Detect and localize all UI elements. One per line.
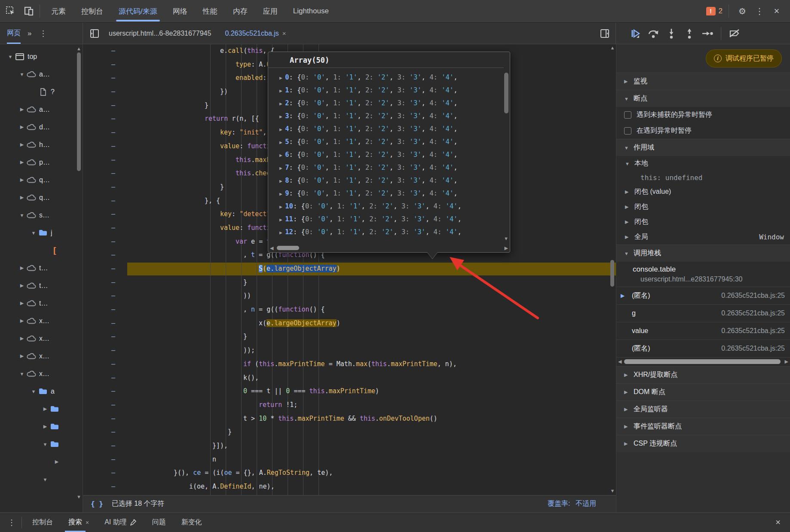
pause-exceptions-checkbox[interactable]	[624, 127, 631, 135]
array-entry-row[interactable]: ▶ 11: {0: '0', 1: '1', 2: '2', 3: '3', 4…	[268, 213, 503, 226]
panel-tab[interactable]: 应用	[255, 0, 285, 22]
panel-tab[interactable]: 性能	[195, 0, 225, 22]
chevron-closed-icon[interactable]: ▶	[18, 336, 26, 341]
section-xhr[interactable]: ▶XHR/提取断点	[616, 366, 790, 383]
array-entry-row[interactable]: ▶ 7: {0: '0', 1: '1', 2: '2', 3: '3', 4:…	[268, 161, 503, 174]
gutter-mark[interactable]: –	[83, 317, 127, 330]
chevron-closed-icon[interactable]: ▶	[41, 424, 49, 429]
popup-scroll-down-icon[interactable]: ▼	[504, 236, 508, 241]
panel-tab[interactable]: 元素	[43, 0, 73, 22]
array-entry-row[interactable]: ▶ 10: {0: '0', 1: '1', 2: '2', 3: '3', 4…	[268, 200, 503, 213]
callstack-frame[interactable]: (匿名)0.2635c521cba.js:25	[616, 340, 790, 358]
issues-badge[interactable]: ! 2	[706, 7, 723, 15]
tree-item[interactable]: ▼	[0, 471, 83, 488]
code-line[interactable]: –}]),	[83, 439, 616, 453]
drawer-tab[interactable]: 搜索×	[61, 513, 97, 532]
chevron-closed-icon[interactable]: ▶	[18, 159, 26, 165]
drawer-tab[interactable]: 问题	[144, 513, 174, 532]
gutter-mark[interactable]: –	[83, 99, 127, 113]
gutter-mark[interactable]: –	[83, 85, 127, 99]
sidebar-scrollbar[interactable]: ▲ ▼	[76, 46, 82, 512]
expand-triangle-icon[interactable]: ▶	[279, 114, 285, 119]
gutter-mark[interactable]: –	[83, 221, 127, 235]
device-toolbar-icon[interactable]	[21, 4, 36, 18]
code-line[interactable]: –x(e.largeObjectArray)	[83, 317, 616, 330]
code-line[interactable]: –i(oe, A.DefineId, ne),	[83, 480, 616, 494]
step-out-button[interactable]	[681, 26, 698, 41]
popup-vscroll-thumb[interactable]	[504, 73, 508, 113]
chevron-open-icon[interactable]: ▼	[6, 54, 15, 59]
code-line[interactable]: –, n = g((function() {	[83, 303, 616, 317]
expand-triangle-icon[interactable]: ▶	[279, 217, 285, 223]
gutter-mark[interactable]: –	[83, 303, 127, 317]
tree-item-h[interactable]: ▶h…	[0, 136, 83, 153]
gutter-mark[interactable]: –	[83, 453, 127, 467]
chevron-closed-icon[interactable]: ▶	[41, 406, 49, 412]
gutter-mark[interactable]: –	[83, 358, 127, 371]
inspect-element-icon[interactable]	[3, 4, 18, 18]
panel-tab[interactable]: 网络	[165, 0, 195, 22]
coverage-link[interactable]: 覆盖率: 不适用	[548, 499, 596, 508]
panel-tab[interactable]: Lighthouse	[285, 0, 337, 22]
chevron-closed-icon[interactable]: ▶	[18, 318, 26, 324]
tab-pages[interactable]: 网页	[7, 23, 21, 44]
chevron-closed-icon[interactable]: ▶	[18, 107, 26, 112]
settings-gear-icon[interactable]: ⚙	[735, 4, 750, 18]
callstack-top-frame[interactable]: console.table userscript.html...e2831677…	[616, 262, 790, 287]
gutter-mark[interactable]: –	[83, 439, 127, 453]
drawer-kebab-icon[interactable]: ⋮	[0, 518, 21, 527]
tree-item[interactable]: ▶	[0, 453, 83, 471]
code-line[interactable]: –if (this.maxPrintTime = Math.max(this.m…	[83, 358, 616, 371]
tree-item[interactable]: [	[0, 242, 83, 259]
drawer-tab[interactable]: AI 助理	[97, 513, 144, 532]
expand-triangle-icon[interactable]: ▶	[279, 178, 285, 184]
tree-item-s[interactable]: ▼s…	[0, 206, 83, 224]
array-entry-row[interactable]: ▶ 12: {0: '0', 1: '1', 2: '2', 3: '3', 4…	[268, 226, 503, 238]
code-line[interactable]: –}	[83, 425, 616, 439]
pretty-print-icon[interactable]: { }	[91, 500, 103, 508]
step-button[interactable]	[699, 26, 716, 41]
scope-closure[interactable]: ▶闭包	[616, 214, 790, 229]
section-breakpoints[interactable]: ▼断点	[616, 90, 790, 107]
tree-item-x[interactable]: ▶x…	[0, 312, 83, 330]
deactivate-breakpoints-icon[interactable]	[726, 26, 743, 41]
tree-item-t[interactable]: ▶t…	[0, 259, 83, 277]
code-line[interactable]: –t > 10 * this.maxPrintTime && this.onDe…	[83, 412, 616, 426]
panel-tab[interactable]: 控制台	[73, 0, 111, 22]
array-entry-row[interactable]: ▶ 1: {0: '0', 1: '1', 2: '2', 3: '3', 4:…	[268, 84, 503, 97]
file-tab[interactable]: 0.2635c521cba.js×	[218, 23, 293, 44]
expand-triangle-icon[interactable]: ▶	[279, 165, 285, 171]
gutter-mark[interactable]: –	[83, 276, 127, 290]
section-callstack[interactable]: ▼调用堆栈	[616, 245, 790, 262]
array-entry-row[interactable]: ▶ 6: {0: '0', 1: '1', 2: '2', 3: '3', 4:…	[268, 148, 503, 161]
tree-item-x[interactable]: ▶x…	[0, 330, 83, 347]
array-entry-row[interactable]: ▶ 4: {0: '0', 1: '1', 2: '2', 3: '3', 4:…	[268, 122, 503, 135]
tree-item-x[interactable]: ▶x…	[0, 347, 83, 365]
array-entry-row[interactable]: ▶ 2: {0: '0', 1: '1', 2: '2', 3: '3', 4:…	[268, 97, 503, 110]
chevron-closed-icon[interactable]: ▶	[18, 124, 26, 130]
chevron-closed-icon[interactable]: ▶	[52, 459, 61, 465]
code-line[interactable]: –return !1;	[83, 398, 616, 412]
close-tab-icon[interactable]: ×	[282, 30, 286, 37]
code-line[interactable]: –k(),	[83, 371, 616, 385]
chevron-closed-icon[interactable]: ▶	[18, 195, 26, 200]
chevron-closed-icon[interactable]: ▶	[18, 283, 26, 288]
show-debugger-panel-icon[interactable]	[597, 26, 612, 41]
scope-global[interactable]: ▶全局 Window	[616, 229, 790, 245]
array-entry-row[interactable]: ▶ 9: {0: '0', 1: '1', 2: '2', 3: '3', 4:…	[268, 187, 503, 200]
gutter-mark[interactable]: –	[83, 480, 127, 494]
panel-tab[interactable]: 内存	[225, 0, 255, 22]
chevron-open-icon[interactable]: ▼	[18, 213, 26, 218]
chevron-closed-icon[interactable]: ▶	[18, 177, 26, 183]
tree-item-q[interactable]: ▶q…	[0, 189, 83, 206]
panel-tab[interactable]: 源代码/来源	[111, 0, 165, 22]
expand-triangle-icon[interactable]: ▶	[279, 153, 285, 158]
scope-closure[interactable]: ▶闭包	[616, 199, 790, 214]
tree-item[interactable]: ▼	[0, 435, 83, 453]
execution-line[interactable]: –S(e.largeObjectArray)	[83, 262, 616, 276]
tree-item-p[interactable]: ▶p…	[0, 153, 83, 171]
expand-triangle-icon[interactable]: ▶	[279, 75, 285, 81]
drawer-tab[interactable]: 控制台	[24, 513, 61, 532]
close-drawer-icon[interactable]: ×	[775, 517, 790, 527]
code-line[interactable]: –}(), ce = (i(oe = {}, A.RegToString, te…	[83, 466, 616, 480]
